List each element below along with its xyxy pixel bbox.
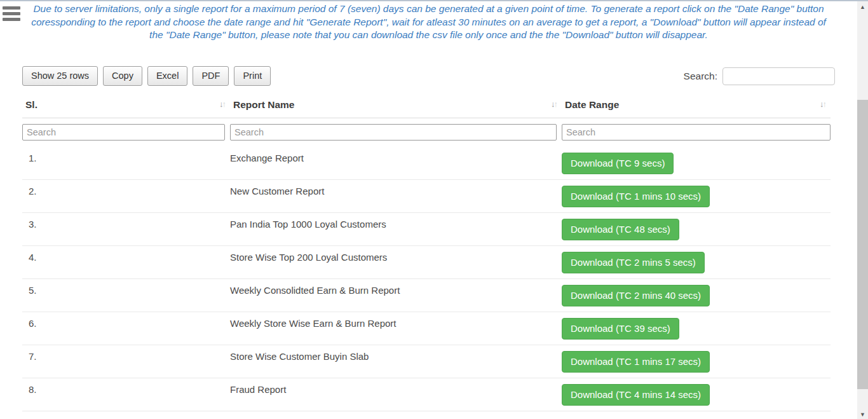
download-button[interactable]: Download (TC 39 secs) [562,318,679,340]
row-sl: 8. [22,384,230,406]
row-sl: 3. [22,219,230,240]
download-button[interactable]: Download (TC 1 mins 10 secs) [562,186,710,207]
row-sl: 7. [22,351,230,373]
hamburger-menu-icon[interactable] [3,6,20,24]
column-search-row [22,118,831,147]
table-row: 6. Weekly Store Wise Earn & Burn Report … [22,312,831,345]
sort-icon[interactable]: ↓↑ [219,99,225,109]
row-report-name: Store Wise Top 200 Loyal Customers [230,252,562,273]
notice-text: Due to server limitations, only a single… [31,3,827,42]
sort-icon[interactable]: ↓↑ [551,99,557,109]
table-row: 5. Weekly Consolidted Earn & Burn Report… [22,279,831,312]
column-header-report-name[interactable]: Report Name ↓↑ [230,99,562,111]
row-report-name: Exchange Report [230,153,562,174]
copy-button[interactable]: Copy [103,66,142,86]
download-button[interactable]: Download (TC 4 mins 14 secs) [562,384,710,406]
toolbar: Show 25 rows Copy Excel PDF Print Search… [22,66,835,86]
table-row: 2. New Customer Report Download (TC 1 mi… [22,180,831,213]
row-report-name: Weekly Store Wise Earn & Burn Report [230,318,562,340]
column-header-date-range[interactable]: Date Range ↓↑ [562,99,831,111]
download-button[interactable]: Download (TC 48 secs) [562,219,679,240]
column-search-input-sl[interactable] [22,124,225,141]
vertical-scrollbar[interactable]: ▲ ▼ [857,1,868,419]
table-row: 4. Store Wise Top 200 Loyal Customers Do… [22,246,831,279]
reports-table: Sl. ↓↑ Report Name ↓↑ Date Range ↓↑ 1. E… [22,94,831,411]
excel-button[interactable]: Excel [147,66,187,86]
show-25-rows-button[interactable]: Show 25 rows [22,66,98,86]
row-sl: 4. [22,252,230,273]
row-report-name: Weekly Consolidted Earn & Burn Report [230,285,562,306]
table-row: 3. Pan India Top 1000 Loyal Customers Do… [22,213,831,246]
row-sl: 2. [22,186,230,207]
print-button[interactable]: Print [234,66,271,86]
column-search-input-report-name[interactable] [230,124,557,141]
global-search: Search: [684,67,835,85]
column-header-sl[interactable]: Sl. ↓↑ [22,99,230,111]
row-report-name: Fraud Report [230,384,562,406]
row-report-name: New Customer Report [230,186,562,207]
row-report-name: Store Wise Customer Buyin Slab [230,351,562,373]
search-label: Search: [684,71,717,82]
page: Due to server limitations, only a single… [0,3,857,419]
scrollbar-up-icon[interactable]: ▲ [857,3,868,13]
table-row: 8. Fraud Report Download (TC 4 mins 14 s… [22,378,831,411]
table-row: 7. Store Wise Customer Buyin Slab Downlo… [22,345,831,378]
row-sl: 1. [22,153,230,174]
pdf-button[interactable]: PDF [193,66,229,86]
global-search-input[interactable] [722,67,835,85]
download-button[interactable]: Download (TC 2 mins 40 secs) [562,285,710,306]
scrollbar-down-icon[interactable]: ▼ [857,409,868,419]
column-search-input-date-range[interactable] [562,124,831,141]
table-row: 1. Exchange Report Download (TC 9 secs) [22,147,831,180]
download-button[interactable]: Download (TC 9 secs) [562,153,674,174]
scrollbar-thumb[interactable] [857,100,868,389]
sort-icon[interactable]: ↓↑ [820,99,825,109]
row-sl: 5. [22,285,230,306]
row-sl: 6. [22,318,230,340]
download-button[interactable]: Download (TC 1 mins 17 secs) [562,351,710,373]
table-body: 1. Exchange Report Download (TC 9 secs) … [22,147,831,411]
download-button[interactable]: Download (TC 2 mins 5 secs) [562,252,705,273]
row-report-name: Pan India Top 1000 Loyal Customers [230,219,562,240]
table-header-row: Sl. ↓↑ Report Name ↓↑ Date Range ↓↑ [22,94,831,118]
